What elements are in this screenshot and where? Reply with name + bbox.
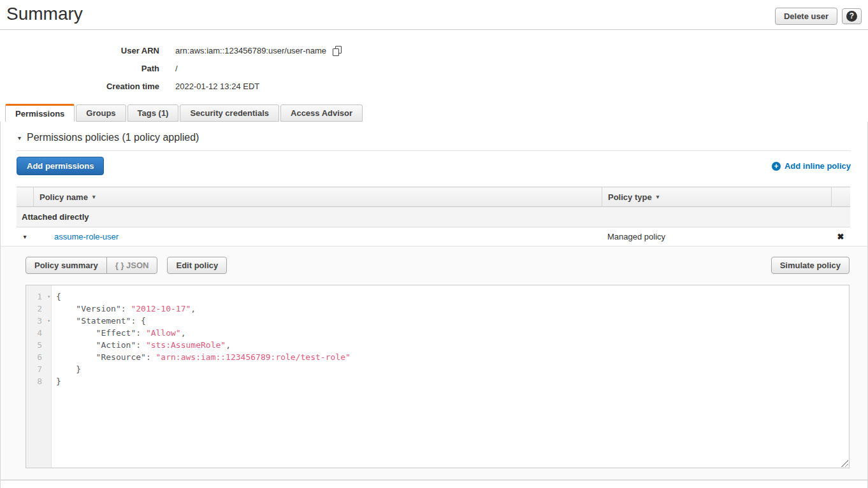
policy-detail-section: Policy summary { } JSON Edit policy Simu…: [1, 246, 867, 480]
row-expander-icon[interactable]: ▾: [17, 233, 33, 240]
gutter-line-number: 2: [26, 303, 51, 315]
code-line[interactable]: "Statement": {: [56, 315, 849, 327]
code-line[interactable]: "Resource": "arn:aws:iam::123456789:role…: [56, 351, 849, 363]
detail-row-creation-time: Creation time 2022-01-12 13:24 EDT: [0, 77, 868, 95]
sort-arrow-icon: ▾: [92, 194, 96, 200]
tab-groups[interactable]: Groups: [76, 104, 126, 122]
tab-tags[interactable]: Tags (1): [127, 104, 179, 122]
code-line[interactable]: "Version": "2012-10-17",: [56, 303, 849, 315]
collapse-section-icon[interactable]: ▾: [18, 134, 21, 141]
policy-detail-toolbar: Policy summary { } JSON Edit policy Simu…: [25, 257, 850, 274]
tab-security-credentials[interactable]: Security credentials: [180, 104, 279, 122]
simulate-policy-button[interactable]: Simulate policy: [771, 257, 850, 274]
copy-icon[interactable]: [333, 46, 342, 55]
policy-name-column-header[interactable]: Policy name ▾: [33, 187, 602, 206]
policy-summary-button[interactable]: Policy summary: [25, 257, 107, 274]
gutter-line-number: 3▾: [26, 315, 51, 327]
code-line[interactable]: }: [56, 363, 849, 375]
path-value: /: [175, 64, 178, 73]
gutter-line-number: 6: [26, 351, 51, 363]
json-editor-gutter: 1▾23▾45678: [26, 285, 52, 468]
detail-row-user-arn: User ARN arn:aws:iam::123456789:user/use…: [0, 41, 868, 59]
policy-name-link[interactable]: assume-role-user: [33, 232, 602, 241]
edit-policy-button[interactable]: Edit policy: [167, 257, 227, 274]
code-line[interactable]: "Action": "sts:AssumeRole",: [56, 339, 849, 351]
attached-directly-group-row: Attached directly: [17, 207, 850, 227]
gutter-line-number: 7: [26, 363, 51, 375]
policy-type-column-header[interactable]: Policy type ▾: [602, 187, 831, 206]
gutter-line-number: 8: [26, 375, 51, 387]
path-label: Path: [0, 64, 159, 73]
policy-table-header: Policy name ▾ Policy type ▾: [17, 187, 850, 207]
tab-permissions[interactable]: Permissions: [5, 104, 75, 122]
user-arn-label: User ARN: [0, 46, 159, 55]
header-actions: Delete user ?: [775, 8, 862, 25]
code-line[interactable]: {: [56, 291, 849, 303]
user-details: User ARN arn:aws:iam::123456789:user/use…: [0, 30, 868, 95]
permissions-policies-heading: ▾ Permissions policies (1 policy applied…: [18, 132, 867, 143]
gutter-line-number: 1▾: [26, 291, 51, 303]
policy-table-row: ▾ assume-role-user Managed policy ✖: [17, 227, 850, 246]
detach-policy-icon[interactable]: ✖: [831, 232, 850, 241]
add-permissions-button[interactable]: Add permissions: [17, 157, 104, 175]
tab-access-advisor[interactable]: Access Advisor: [280, 104, 363, 122]
policy-table: Policy name ▾ Policy type ▾ Attached dir…: [17, 187, 850, 246]
user-arn-value: arn:aws:iam::123456789:user/user-name: [175, 46, 326, 55]
delete-user-button[interactable]: Delete user: [775, 8, 837, 25]
code-line[interactable]: }: [56, 375, 849, 387]
tab-bar: Permissions Groups Tags (1) Security cre…: [0, 104, 868, 122]
fold-arrow-icon[interactable]: ▾: [47, 315, 50, 327]
detail-row-path: Path /: [0, 59, 868, 77]
code-line[interactable]: "Effect": "Allow",: [56, 327, 849, 339]
section-heading-label: Permissions policies (1 policy applied): [27, 132, 199, 143]
help-button[interactable]: ?: [842, 8, 862, 24]
permissions-panel: ▾ Permissions policies (1 policy applied…: [0, 122, 868, 488]
json-editor[interactable]: 1▾23▾45678 { "Version": "2012-10-17", "S…: [25, 285, 850, 468]
policy-type-value: Managed policy: [602, 232, 831, 241]
plus-circle-icon: +: [772, 162, 781, 171]
expander-column-header: [17, 187, 33, 206]
json-view-button[interactable]: { } JSON: [106, 257, 158, 274]
page-title: Summary: [6, 4, 83, 24]
section-divider: [17, 150, 851, 151]
actions-column-header: [831, 187, 850, 206]
sort-arrow-icon: ▾: [656, 194, 660, 200]
policy-actions-row: Add permissions + Add inline policy: [17, 157, 851, 175]
help-icon: ?: [846, 11, 857, 22]
gutter-line-number: 4: [26, 327, 51, 339]
gutter-line-number: 5: [26, 339, 51, 351]
page-header: Summary Delete user ?: [0, 0, 868, 30]
view-toggle-group: Policy summary { } JSON: [25, 257, 157, 274]
json-editor-lines[interactable]: { "Version": "2012-10-17", "Statement": …: [52, 285, 849, 468]
add-inline-policy-link[interactable]: + Add inline policy: [772, 161, 851, 171]
fold-arrow-icon[interactable]: ▾: [47, 291, 50, 303]
creation-time-value: 2022-01-12 13:24 EDT: [175, 82, 259, 91]
creation-time-label: Creation time: [0, 82, 159, 91]
